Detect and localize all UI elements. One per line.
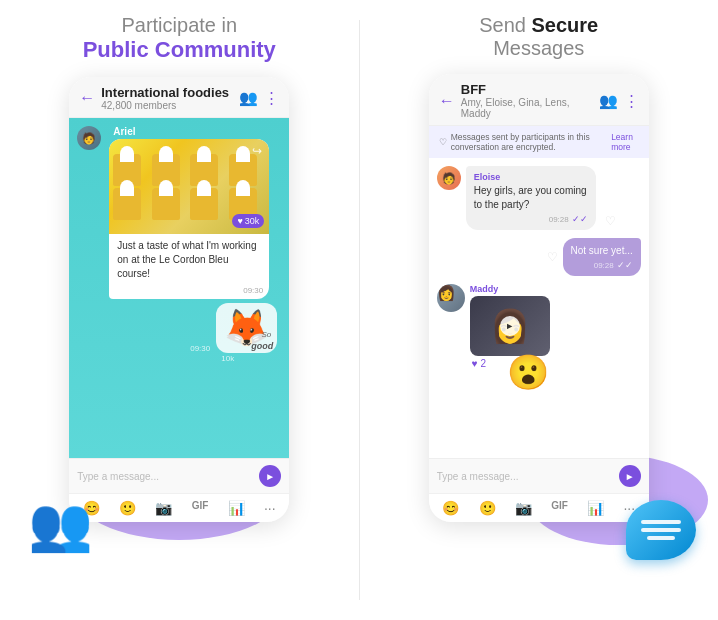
emoji-right-icon[interactable]: 🙂 <box>479 500 496 516</box>
eloise-name: Eloise <box>474 172 588 182</box>
learn-more-link[interactable]: Learn more <box>611 132 639 152</box>
chat-title-left: International foodies <box>101 85 239 100</box>
chat-title-right: BFF <box>461 82 599 97</box>
send-button-right[interactable]: ► <box>619 465 641 487</box>
phone-right: ← BFF Amy, Eloise, Gina, Lens, Maddy 👥 ⋮… <box>429 74 649 522</box>
right-title-line2: Messages <box>479 37 598 60</box>
message-input-right[interactable]: Type a message... <box>437 471 619 482</box>
eloise-text: Hey girls, are you coming to the party? <box>474 184 588 212</box>
phone-header-right: ← BFF Amy, Eloise, Gina, Lens, Maddy 👥 ⋮ <box>429 74 649 126</box>
play-button[interactable]: ► <box>500 316 520 336</box>
ariel-message-text: Just a taste of what I'm working on at t… <box>109 234 269 286</box>
more-options-icon[interactable]: ⋮ <box>264 89 279 107</box>
outgoing-message-row: ♡ Not sure yet... 09:28 ✓✓ <box>437 238 641 276</box>
left-title-line2: Public Community <box>83 37 276 63</box>
camera-icon[interactable]: 📷 <box>155 500 172 516</box>
header-icons-left: 👥 ⋮ <box>239 89 279 107</box>
ariel-avatar: 🧑 <box>77 126 101 150</box>
sticker-bubble: 🦊 good So 10k <box>216 303 277 353</box>
bubble-line-3 <box>647 536 675 540</box>
left-title-line1: Participate in <box>83 14 276 37</box>
right-panel: Send Secure Messages ← BFF Amy, Eloise, … <box>360 0 719 620</box>
more-options-right-icon[interactable]: ⋮ <box>624 92 639 110</box>
maddy-video-thumb[interactable]: 👩 ► <box>470 296 550 356</box>
eloise-time: 09:28 <box>549 215 569 224</box>
bubble-line-2 <box>641 528 681 532</box>
eloise-heart-icon[interactable]: ♡ <box>605 214 616 228</box>
eloise-message-row: 🧑 Eloise Hey girls, are you coming to th… <box>437 166 641 230</box>
header-icons-right: 👥 ⋮ <box>599 92 639 110</box>
ariel-message-time: 09:30 <box>109 286 269 299</box>
outgoing-like-icon[interactable]: ♡ <box>547 250 558 264</box>
encrypted-text: Messages sent by participants in this co… <box>451 132 607 152</box>
encrypted-notice: ♡ Messages sent by participants in this … <box>429 126 649 158</box>
left-title: Participate in Public Community <box>83 14 276 63</box>
main-container: Participate in Public Community ← Intern… <box>0 0 718 620</box>
phone-footer-left: Type a message... ► <box>69 458 289 493</box>
eloise-meta: 09:28 ✓✓ <box>474 214 588 224</box>
gif-right-icon[interactable]: GIF <box>551 500 568 516</box>
chart-right-icon[interactable]: 📊 <box>587 500 604 516</box>
like-count[interactable]: ♥ 30k <box>232 214 264 228</box>
add-member-right-icon[interactable]: 👥 <box>599 92 618 110</box>
outgoing-time: 09:28 <box>594 261 614 270</box>
people-3d-icon: 👥 <box>28 494 93 555</box>
phone-icons-row-left: 😊 🙂 📷 GIF 📊 ··· <box>69 493 289 522</box>
eloise-bubble: Eloise Hey girls, are you coming to the … <box>466 166 596 230</box>
right-title-line1: Send Secure <box>479 14 598 37</box>
left-panel: Participate in Public Community ← Intern… <box>0 0 359 620</box>
sticker-right-icon[interactable]: 😊 <box>442 500 459 516</box>
bubble-line-1 <box>641 520 681 524</box>
sticker-row: 09:30 🦊 good So 10k <box>77 303 277 353</box>
eloise-bubble-wrapper: Eloise Hey girls, are you coming to the … <box>466 166 596 230</box>
eloise-check-icon: ✓✓ <box>572 214 588 224</box>
header-info-left: International foodies 42,800 members <box>101 85 239 111</box>
lock-icon: ♡ <box>439 137 447 147</box>
chat-body-right: 🧑 Eloise Hey girls, are you coming to th… <box>429 158 649 458</box>
chat-body-left: 🧑 Ariel ↪ <box>69 118 289 458</box>
sticker-time: 09:30 <box>190 344 210 353</box>
back-arrow-right-icon[interactable]: ← <box>439 92 455 110</box>
food-image: ↪ <box>109 139 269 234</box>
back-arrow-icon[interactable]: ← <box>79 89 95 107</box>
emoji-icon[interactable]: 🙂 <box>119 500 136 516</box>
chat-bubble-3d <box>626 500 696 560</box>
phone-footer-right: Type a message... ► <box>429 458 649 493</box>
ariel-sender-name: Ariel <box>113 126 269 137</box>
pastry-5 <box>113 188 141 220</box>
more-icon[interactable]: ··· <box>264 500 276 516</box>
gif-icon[interactable]: GIF <box>192 500 209 516</box>
add-member-icon[interactable]: 👥 <box>239 89 258 107</box>
maddy-heart-icon[interactable]: ♥ 2 <box>472 358 486 369</box>
phone-icons-row-right: 😊 🙂 📷 GIF 📊 ··· <box>429 493 649 522</box>
chat-sub-left: 42,800 members <box>101 100 239 111</box>
message-input-left[interactable]: Type a message... <box>77 471 259 482</box>
wow-emoji: 😮 <box>507 352 549 392</box>
right-title: Send Secure Messages <box>479 14 598 60</box>
outgoing-bubble: Not sure yet... 09:28 ✓✓ <box>563 238 641 276</box>
phone-left: ← International foodies 42,800 members 👥… <box>69 77 289 522</box>
outgoing-meta: 09:28 ✓✓ <box>571 260 633 270</box>
pastry-6 <box>152 188 180 220</box>
phone-header-left: ← International foodies 42,800 members 👥… <box>69 77 289 118</box>
outgoing-text: Not sure yet... <box>571 244 633 258</box>
maddy-avatar: 👩 <box>437 284 465 312</box>
chart-icon[interactable]: 📊 <box>228 500 245 516</box>
header-info-right: BFF Amy, Eloise, Gina, Lens, Maddy <box>461 82 599 119</box>
ariel-message-row: 🧑 Ariel ↪ <box>77 126 281 299</box>
pastry-7 <box>190 188 218 220</box>
eloise-avatar: 🧑 <box>437 166 461 190</box>
camera-right-icon[interactable]: 📷 <box>515 500 532 516</box>
send-button-left[interactable]: ► <box>259 465 281 487</box>
outgoing-check-icon: ✓✓ <box>617 260 633 270</box>
maddy-name: Maddy <box>470 284 550 294</box>
chat-sub-right: Amy, Eloise, Gina, Lens, Maddy <box>461 97 599 119</box>
ariel-message-bubble: ↪ <box>109 139 269 299</box>
